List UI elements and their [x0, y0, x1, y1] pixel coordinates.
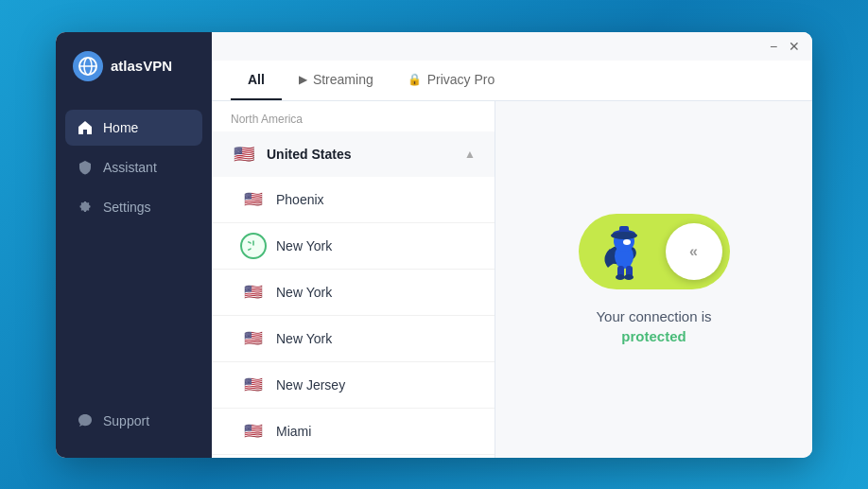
home-icon — [77, 119, 94, 136]
server-name-phoenix: Phoenix — [276, 192, 324, 207]
vpn-toggle[interactable]: « — [579, 214, 730, 289]
server-name-miami: Miami — [276, 424, 311, 439]
server-list[interactable]: North America 🇺🇸 United States ▲ 🇺🇸 Phoe… — [212, 101, 495, 458]
svg-point-9 — [623, 239, 631, 245]
country-row-us[interactable]: 🇺🇸 United States ▲ — [212, 131, 495, 177]
server-name-ny3: New York — [276, 331, 332, 346]
sidebar-assistant-label: Assistant — [103, 160, 157, 175]
toggle-knob: « — [666, 223, 722, 280]
tab-privacy-pro-label: Privacy Pro — [427, 72, 495, 87]
connection-status: Your connection is protected — [596, 308, 711, 344]
svg-point-8 — [611, 232, 637, 239]
lock-icon: 🔒 — [408, 73, 422, 86]
sidebar-item-settings[interactable]: Settings — [65, 189, 202, 225]
tab-streaming[interactable]: ▶ Streaming — [282, 61, 391, 100]
miami-flag-icon: 🇺🇸 — [240, 418, 267, 445]
list-item[interactable]: 🇺🇸 New York — [212, 270, 495, 316]
ny2-flag-icon: 🇺🇸 — [240, 279, 267, 306]
tab-privacy-pro[interactable]: 🔒 Privacy Pro — [391, 61, 512, 100]
protected-status: protected — [596, 328, 711, 344]
sidebar-item-home[interactable]: Home — [65, 110, 202, 146]
connection-text: Your connection is — [596, 308, 711, 324]
minimize-button[interactable]: − — [767, 40, 780, 53]
gear-icon — [77, 199, 94, 216]
list-item[interactable]: 🇺🇸 Miami — [212, 409, 495, 455]
power-icon — [240, 233, 267, 259]
content-area: North America 🇺🇸 United States ▲ 🇺🇸 Phoe… — [212, 101, 812, 458]
sidebar-item-support[interactable]: Support — [65, 403, 202, 439]
country-row-left: 🇺🇸 United States — [231, 141, 351, 167]
play-icon: ▶ — [299, 73, 307, 86]
list-item[interactable]: 🇺🇸 Phoenix — [212, 177, 495, 223]
shield-icon — [77, 159, 94, 176]
country-name: United States — [267, 147, 351, 162]
server-name-ny2: New York — [276, 285, 332, 300]
server-name-nj: New Jersey — [276, 377, 345, 393]
tab-all[interactable]: All — [231, 61, 282, 100]
tab-bar: All ▶ Streaming 🔒 Privacy Pro — [212, 61, 812, 101]
atlas-logo-icon — [73, 51, 103, 81]
svg-point-12 — [616, 274, 625, 280]
sidebar-support-label: Support — [103, 413, 149, 428]
app-name: atlasVPN — [111, 58, 172, 74]
sidebar-item-assistant[interactable]: Assistant — [65, 149, 202, 185]
collapse-icon: ▲ — [464, 148, 476, 161]
right-panel: « Your connection is protected — [495, 101, 812, 458]
ny3-flag-icon: 🇺🇸 — [240, 325, 267, 352]
list-item[interactable]: New York — [212, 223, 495, 270]
title-bar: − ✕ — [212, 32, 812, 61]
sidebar-home-label: Home — [103, 120, 138, 135]
chevron-left-icon: « — [689, 243, 698, 260]
chat-icon — [77, 412, 94, 429]
close-button[interactable]: ✕ — [788, 40, 801, 53]
tab-streaming-label: Streaming — [313, 72, 373, 87]
nj-flag-icon: 🇺🇸 — [240, 372, 267, 398]
app-window: atlasVPN Home Assistant — [56, 32, 812, 458]
server-name-ny1: New York — [276, 238, 332, 253]
main-content: − ✕ All ▶ Streaming 🔒 Privacy Pro North … — [212, 32, 812, 458]
sidebar: atlasVPN Home Assistant — [56, 32, 212, 458]
tab-all-label: All — [248, 72, 265, 87]
svg-point-13 — [624, 274, 634, 280]
us-flag-icon: 🇺🇸 — [231, 141, 257, 167]
vpn-character — [586, 214, 662, 289]
nav-items: Home Assistant Settings — [56, 110, 212, 225]
sidebar-settings-label: Settings — [103, 200, 151, 215]
phoenix-flag-icon: 🇺🇸 — [240, 186, 267, 213]
list-item[interactable]: 🇺🇸 New York — [212, 316, 495, 362]
support-item: Support — [56, 403, 212, 439]
list-item[interactable]: 🇺🇸 New Jersey — [212, 362, 495, 409]
logo-area: atlasVPN — [56, 51, 212, 110]
region-header: North America — [212, 101, 495, 131]
